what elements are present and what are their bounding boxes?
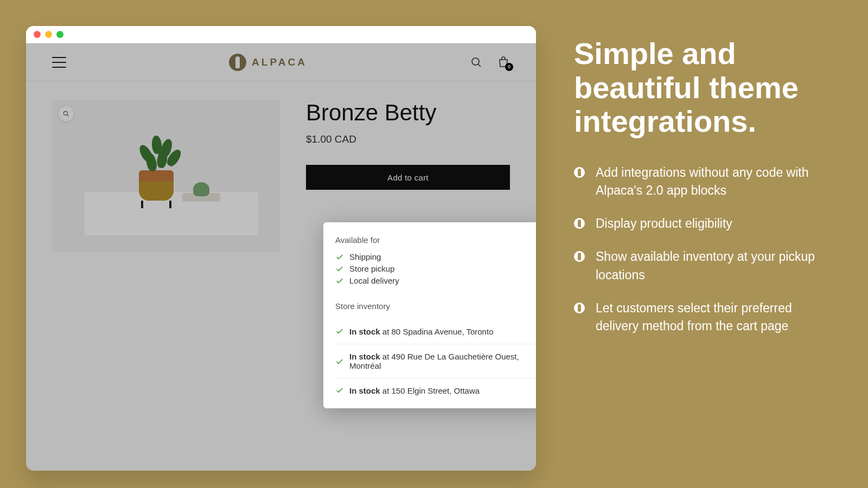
alpaca-bullet-icon xyxy=(574,218,585,229)
alpaca-bullet-icon xyxy=(574,167,585,178)
alpaca-bullet-icon xyxy=(574,303,585,313)
check-icon xyxy=(335,265,344,273)
availability-option: Store pickup xyxy=(335,264,536,273)
hamburger-menu-button[interactable] xyxy=(52,57,66,68)
check-icon xyxy=(335,277,344,285)
header-actions: 0 xyxy=(470,56,510,69)
window-zoom-dot[interactable] xyxy=(56,31,63,38)
store-inventory-heading: Store inventory xyxy=(335,301,536,311)
alpaca-logo-icon xyxy=(229,54,246,71)
svg-point-0 xyxy=(472,58,479,65)
inventory-text: In stock at 150 Elgin Street, Ottawa xyxy=(349,386,480,395)
check-icon xyxy=(335,327,344,336)
cart-button[interactable]: 0 xyxy=(497,56,510,69)
check-icon xyxy=(335,386,344,395)
availability-option: Local delivery xyxy=(335,276,536,285)
inventory-row: In stock at 490 Rue De La Gauchetière Ou… xyxy=(335,344,536,378)
product-price: $1.00 CAD xyxy=(306,133,510,145)
gallery-succulent-shape xyxy=(193,182,209,196)
marketing-bullet-text: Show available inventory at your pickup … xyxy=(596,248,816,284)
marketing-bullet: Add integrations without any code with A… xyxy=(574,164,816,200)
inventory-row: In stock at 150 Elgin Street, Ottawa xyxy=(335,378,536,395)
product-gallery xyxy=(52,100,280,252)
brand-logo[interactable]: ALPACA xyxy=(229,54,307,71)
marketing-bullet-text: Display product eligibility xyxy=(596,215,732,233)
gallery-table-shape xyxy=(85,192,258,235)
inventory-text: In stock at 80 Spadina Avenue, Toronto xyxy=(349,327,493,336)
store-header: ALPACA 0 xyxy=(26,43,536,81)
availability-option: Shipping xyxy=(335,252,536,261)
window-titlebar xyxy=(26,26,536,43)
availability-card: Available for Shipping Store pickup Loca… xyxy=(323,222,536,408)
browser-window: ALPACA 0 xyxy=(26,26,536,471)
svg-point-2 xyxy=(63,111,67,115)
marketing-bullet-text: Let customers select their preferred del… xyxy=(596,299,816,335)
marketing-heading: Simple and beautiful theme integrations. xyxy=(574,37,816,139)
marketing-bullet-text: Add integrations without any code with A… xyxy=(596,164,816,200)
product-title: Bronze Betty xyxy=(306,100,510,126)
availability-option-label: Store pickup xyxy=(349,264,394,273)
brand-text: ALPACA xyxy=(252,56,307,68)
svg-line-1 xyxy=(478,64,481,67)
gallery-plant-shape xyxy=(139,133,178,177)
search-button[interactable] xyxy=(470,56,483,69)
availability-option-label: Shipping xyxy=(349,252,381,261)
zoom-icon xyxy=(62,110,70,118)
inventory-text: In stock at 490 Rue De La Gauchetière Ou… xyxy=(349,352,536,370)
alpaca-bullet-icon xyxy=(574,251,585,262)
inventory-row: In stock at 80 Spadina Avenue, Toronto xyxy=(335,319,536,344)
check-icon xyxy=(335,253,344,261)
svg-line-3 xyxy=(67,114,68,116)
add-to-cart-button[interactable]: Add to cart xyxy=(306,165,510,190)
window-minimize-dot[interactable] xyxy=(45,31,52,38)
marketing-bullet: Display product eligibility xyxy=(574,215,816,233)
marketing-bullet: Let customers select their preferred del… xyxy=(574,299,816,335)
marketing-panel: Simple and beautiful theme integrations.… xyxy=(574,37,816,350)
gallery-zoom-button[interactable] xyxy=(59,106,74,121)
available-for-heading: Available for xyxy=(335,235,536,245)
marketing-bullet: Show available inventory at your pickup … xyxy=(574,248,816,284)
search-icon xyxy=(470,56,483,69)
availability-option-label: Local delivery xyxy=(349,276,399,285)
window-close-dot[interactable] xyxy=(34,31,41,38)
cart-count-badge: 0 xyxy=(505,63,513,71)
marketing-bullet-list: Add integrations without any code with A… xyxy=(574,164,816,335)
check-icon xyxy=(335,357,344,366)
